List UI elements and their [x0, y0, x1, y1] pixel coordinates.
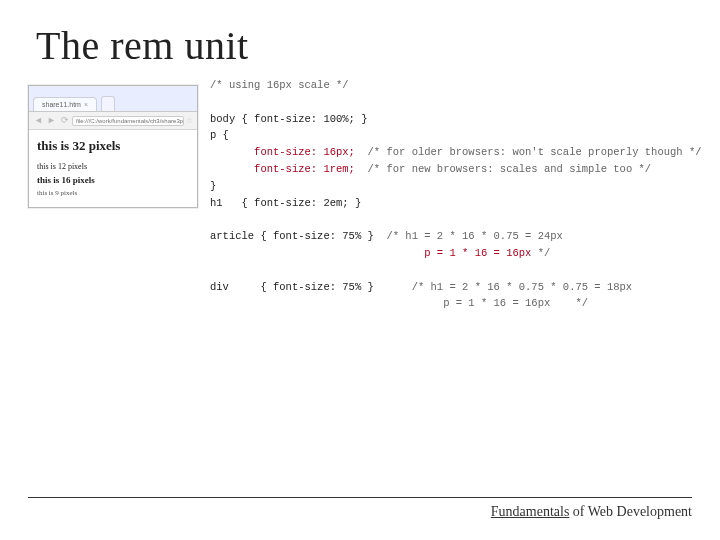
new-tab-icon[interactable]: [101, 96, 115, 111]
code-line: p = 1 * 16 = 16px: [210, 247, 531, 259]
browser-tabbar: share11.htm ×: [29, 86, 197, 112]
code-line: font-size: 16px;: [210, 146, 355, 158]
footer-underlined: Fundamentals: [491, 504, 570, 519]
code-line: /* h1 = 2 * 16 * 0.75 * 0.75 = 18px: [374, 281, 632, 293]
code-line: body { font-size: 100%; }: [210, 113, 368, 125]
sample-p-9: this is 9 pixels: [37, 189, 189, 197]
browser-mock: share11.htm × ◄ ► ⟳ file:///C:/work/fund…: [28, 85, 198, 208]
content-row: share11.htm × ◄ ► ⟳ file:///C:/work/fund…: [28, 77, 692, 312]
tab-label: share11.htm: [42, 101, 81, 108]
back-icon[interactable]: ◄: [33, 115, 44, 126]
slide: The rem unit share11.htm × ◄ ► ⟳ file://…: [0, 0, 720, 540]
code-line: p {: [210, 129, 229, 141]
code-block: /* using 16px scale */ body { font-size:…: [210, 77, 702, 312]
code-line: */: [531, 247, 550, 259]
footer-rest: of Web Development: [569, 504, 692, 519]
footer: Fundamentals of Web Development: [28, 497, 692, 520]
sample-h-16: this is 16 pixels: [37, 175, 189, 185]
bookmark-icon[interactable]: ☆: [186, 116, 193, 125]
close-icon[interactable]: ×: [84, 101, 88, 108]
code-line: article { font-size: 75% }: [210, 230, 374, 242]
code-line: /* h1 = 2 * 16 * 0.75 = 24px: [374, 230, 563, 242]
forward-icon[interactable]: ►: [46, 115, 57, 126]
code-line: div { font-size: 75% }: [210, 281, 374, 293]
sample-h-32: this is 32 pixels: [37, 138, 189, 154]
code-line: }: [210, 180, 216, 192]
browser-tab[interactable]: share11.htm ×: [33, 97, 97, 111]
rendered-page: this is 32 pixels this is 12 pixels this…: [29, 130, 197, 207]
reload-icon[interactable]: ⟳: [59, 115, 70, 126]
code-line: /* for older browsers: won't scale prope…: [355, 146, 702, 158]
code-line: h1 { font-size: 2em; }: [210, 197, 361, 209]
browser-toolbar: ◄ ► ⟳ file:///C:/work/fundamentals/ch3/s…: [29, 112, 197, 130]
code-line: font-size: 1rem;: [210, 163, 355, 175]
url-field[interactable]: file:///C:/work/fundamentals/ch3/share3p…: [72, 116, 184, 126]
code-line: /* for new browsers: scales and simple t…: [355, 163, 651, 175]
code-line: /* using 16px scale */: [210, 79, 349, 91]
code-line: p = 1 * 16 = 16px */: [210, 297, 588, 309]
page-title: The rem unit: [36, 22, 692, 69]
sample-p-12: this is 12 pixels: [37, 162, 189, 171]
